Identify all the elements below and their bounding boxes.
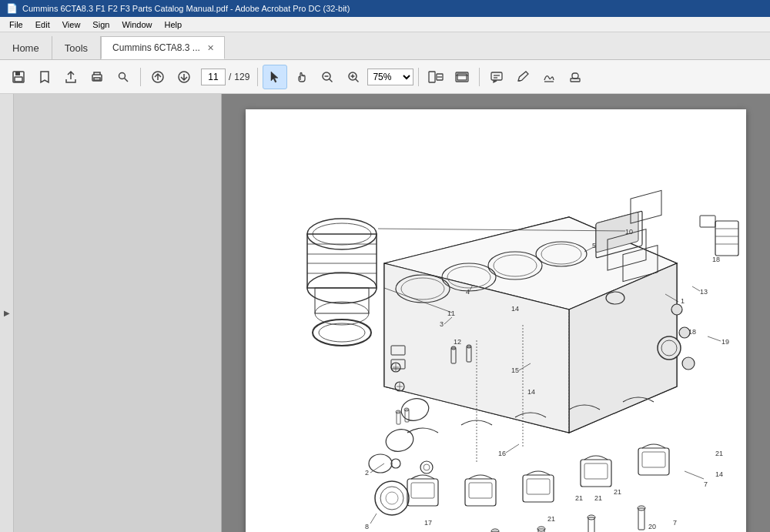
zoom-in-button[interactable]: [341, 65, 366, 89]
fullscreen-button[interactable]: [450, 65, 474, 89]
svg-point-5: [119, 72, 126, 79]
bookmark-button[interactable]: [32, 65, 57, 89]
title-bar: 📄 Cummins 6CTA8.3 F1 F2 F3 Parts Catalog…: [0, 0, 770, 17]
svg-text:8: 8: [365, 523, 369, 530]
page-up-button[interactable]: [146, 65, 170, 89]
svg-point-161: [671, 304, 682, 315]
page-total: 129: [234, 72, 249, 82]
page-number-input[interactable]: [201, 69, 226, 85]
page-nav: / 129: [201, 69, 249, 85]
svg-text:3: 3: [440, 320, 444, 328]
find-button[interactable]: [111, 65, 136, 89]
left-panel: [14, 94, 222, 532]
menu-sign[interactable]: Sign: [86, 18, 116, 31]
svg-text:16: 16: [498, 450, 506, 457]
separator-4: [479, 68, 480, 86]
svg-rect-4: [94, 78, 100, 80]
svg-line-15: [356, 79, 359, 82]
svg-text:1: 1: [681, 297, 685, 305]
tab-close-button[interactable]: ✕: [205, 42, 216, 54]
svg-text:14: 14: [527, 388, 535, 396]
edit-button[interactable]: [511, 65, 535, 89]
page-down-button[interactable]: [172, 65, 196, 89]
svg-rect-28: [572, 73, 578, 79]
menu-file[interactable]: File: [3, 18, 29, 31]
menu-edit[interactable]: Edit: [29, 18, 56, 31]
separator-3: [418, 68, 419, 86]
svg-text:15: 15: [511, 366, 519, 374]
share-button[interactable]: [59, 65, 83, 89]
menu-bar: File Edit View Sign Window Help: [0, 17, 770, 32]
svg-text:11: 11: [447, 309, 455, 317]
svg-rect-22: [491, 72, 502, 80]
app-icon: 📄: [6, 3, 18, 14]
pdf-page: 1 2 3 3 4 5 6: [246, 109, 746, 532]
svg-text:10: 10: [625, 228, 633, 236]
svg-line-6: [125, 78, 129, 82]
tab-document[interactable]: Cummins 6CTA8.3 ... ✕: [101, 36, 225, 59]
svg-text:14: 14: [511, 305, 519, 313]
svg-point-162: [679, 327, 690, 338]
svg-text:18: 18: [712, 256, 720, 263]
svg-rect-1: [15, 72, 20, 75]
menu-view[interactable]: View: [56, 18, 87, 31]
document-area[interactable]: 1 2 3 3 4 5 6: [222, 94, 770, 532]
signature-button[interactable]: [537, 65, 561, 89]
sidebar-toggle[interactable]: ▶: [0, 94, 14, 532]
svg-text:19: 19: [721, 338, 729, 346]
svg-text:21: 21: [594, 494, 602, 502]
separator-1: [140, 68, 141, 86]
stamp-button[interactable]: [563, 65, 588, 89]
print-button[interactable]: [85, 65, 109, 89]
svg-text:21: 21: [715, 450, 723, 457]
separator-2: [257, 68, 258, 86]
main-area: ▶: [0, 94, 770, 532]
tab-home[interactable]: Home: [0, 36, 52, 59]
comment-button[interactable]: [484, 65, 509, 89]
svg-text:2: 2: [365, 469, 369, 477]
hand-tool-button[interactable]: [289, 65, 313, 89]
tab-tools[interactable]: Tools: [52, 36, 101, 59]
fit-page-button[interactable]: [424, 65, 448, 89]
svg-text:21: 21: [547, 515, 555, 523]
tab-bar: Home Tools Cummins 6CTA8.3 ... ✕: [0, 32, 770, 60]
select-tool-button[interactable]: [263, 65, 287, 89]
svg-rect-16: [429, 72, 435, 82]
svg-rect-2: [15, 77, 22, 82]
svg-text:20: 20: [648, 523, 656, 530]
title-bar-text: Cummins 6CTA8.3 F1 F2 F3 Parts Catalog M…: [22, 4, 350, 13]
svg-text:21: 21: [614, 488, 621, 496]
sidebar-arrow-icon: ▶: [4, 309, 10, 317]
svg-rect-20: [457, 74, 467, 80]
save-button[interactable]: [6, 65, 31, 89]
svg-text:17: 17: [424, 519, 432, 527]
zoom-out-button[interactable]: [315, 65, 340, 89]
svg-text:7: 7: [704, 480, 708, 488]
menu-help[interactable]: Help: [159, 18, 189, 31]
engine-diagram: 1 2 3 3 4 5 6: [246, 109, 746, 532]
svg-text:14: 14: [715, 470, 723, 478]
zoom-select[interactable]: 50% 75% 100% 125% 150% 200%: [367, 69, 413, 85]
menu-window[interactable]: Window: [116, 18, 158, 31]
svg-text:21: 21: [575, 494, 583, 502]
toolbar: / 129 50% 75% 100% 125%: [0, 60, 770, 94]
svg-point-163: [682, 357, 695, 370]
svg-text:13: 13: [700, 288, 708, 296]
svg-text:12: 12: [454, 338, 461, 346]
svg-line-11: [330, 79, 333, 82]
page-separator: /: [229, 72, 231, 82]
svg-text:5: 5: [592, 242, 596, 249]
svg-text:7: 7: [673, 519, 677, 527]
